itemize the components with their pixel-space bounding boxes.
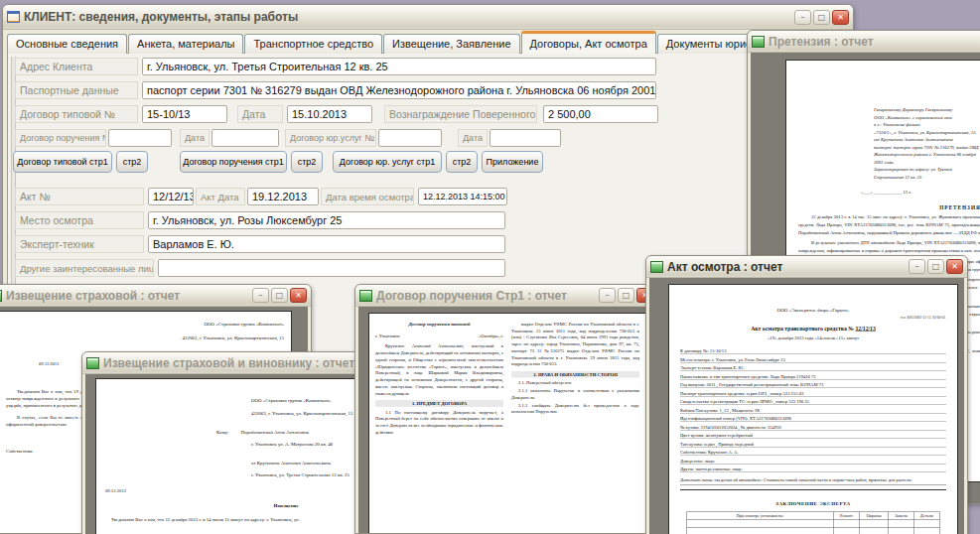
doc-line: 2001 года.: [874, 159, 980, 167]
doc-line: 2.1. Поверенный обязуется:: [511, 380, 639, 387]
maximize-button[interactable]: □: [927, 259, 944, 274]
close-button[interactable]: ✕: [946, 259, 963, 274]
doc-paragraph: 12 декабря 2013 г. в 14 час. 15 мин. по …: [798, 212, 980, 236]
table-header-cell: При осмотре установлено:: [687, 512, 834, 520]
divider: [680, 489, 946, 490]
minimize-button[interactable]: –: [794, 10, 811, 25]
report-icon: [0, 290, 2, 302]
attachment-button[interactable]: Приложение: [482, 151, 543, 173]
act-no-label: Акт №: [15, 188, 144, 205]
doc-line: Железнодорожного района г. Ульяновска 06…: [874, 151, 980, 159]
address-field[interactable]: г. Ульяновск, ул. Третья Строительная 12…: [142, 58, 656, 75]
pretenzia-titlebar[interactable]: Претензия : отчет: [748, 31, 980, 53]
tab-osnovnye-svedeniya[interactable]: Основные сведения: [7, 34, 127, 54]
minimize-button[interactable]: –: [599, 288, 616, 303]
doc-field-line: Тип кузова: седан , Привод: передний: [680, 441, 946, 448]
minimize-button[interactable]: –: [252, 288, 269, 303]
dogovor-right-column: выдан Отделом УФМС России по Ульяновской…: [511, 321, 639, 436]
inspection-datetime-field[interactable]: 12.12.2013 14:15:00: [418, 188, 507, 205]
dogovor-left-paragraph: Крутилин Анатолий Анатольевич, именуемый…: [375, 343, 503, 397]
dogovor-titlebar[interactable]: Договор поручения Стр1 : отчет – □ ✕: [355, 285, 657, 307]
minimize-button[interactable]: –: [909, 259, 925, 274]
doc-line: от Крутилина Анатолия Анатольевича: [874, 136, 980, 144]
contract-legal-p1-button[interactable]: Договор юр. услуг стр1: [333, 151, 442, 173]
contract-agency-p1-button[interactable]: Договор поручения стр1: [180, 151, 287, 173]
contract-legal-field[interactable]: [378, 129, 442, 147]
contract-standard-date-field[interactable]: 15.10.2013: [287, 105, 372, 123]
contract-standard-field[interactable]: 15-10/13: [142, 105, 227, 123]
doc-field-line: Паспорт транспортного средства: серия ОР…: [680, 390, 946, 397]
doc-line: 2.1.2 сообщать Доверителю без промедлени…: [511, 402, 639, 416]
close-button[interactable]: ✕: [290, 288, 307, 303]
akt-conclusion-table: При осмотре установлено: Ремонт Окраска …: [686, 512, 939, 534]
doc-field-line: Доверенное лицо:: [680, 458, 946, 465]
maximize-button[interactable]: □: [813, 10, 830, 25]
akt-note: Дополнительные сведения об автомобиле: С…: [680, 476, 946, 485]
dogovor-left-paragraph-2: 1.1 По настоящему договору Доверитель по…: [375, 409, 503, 436]
contract-agency-p2-button[interactable]: стр2: [291, 151, 323, 173]
tab-dogovory-akt-osmotra[interactable]: Договоры, Акт осмотра: [521, 31, 656, 54]
expert-field[interactable]: Варламов Е. Ю.: [148, 235, 505, 253]
tab-anketa-materialy[interactable]: Анкета, материалы: [128, 34, 243, 54]
close-button[interactable]: ✕: [832, 10, 849, 25]
izv1-recipient-block: ООО «Страховая группа «Компаньон»432063,…: [0, 312, 292, 341]
report-icon: [359, 290, 372, 302]
akt-doc-title: Акт осмотра транспортного средства № 12/…: [669, 326, 957, 332]
report-icon: [650, 261, 663, 273]
dogovor-doc-title: Договор поручения типовой: [375, 321, 503, 328]
inspection-datetime-label: Дата время осмотра: [321, 188, 414, 205]
contract-standard-label: Договор типовой №: [15, 105, 138, 123]
passport-field[interactable]: паспорт серии 7301 № 316279 выдан ОВД Же…: [142, 81, 656, 99]
act-date-field[interactable]: 19.12.2013: [247, 188, 319, 205]
dogovor-title: Договор поручения Стр1 : отчет: [376, 289, 595, 303]
contract-legal-date-field[interactable]: [490, 129, 561, 147]
akt-document-page: ООО «Экспертное бюро «Гарант» тел. 8(851…: [668, 284, 958, 534]
dogovor-report-window: Договор поручения Стр1 : отчет – □ ✕ Дог…: [354, 284, 658, 534]
izv1-window-controls: – □ ✕: [252, 288, 307, 303]
contract-agency-date-label: Дата: [180, 129, 210, 147]
act-no-field[interactable]: 12/12/13: [148, 188, 194, 205]
akt-titlebar[interactable]: Акт осмотра : отчет – □ ✕: [646, 256, 967, 278]
doc-field-line: Свидетельство о регистрации ТС: серия ЛР…: [680, 399, 946, 406]
maximize-button[interactable]: □: [618, 288, 634, 303]
pretenzia-doc-title: ПРЕТЕНЗИЯ: [786, 204, 980, 210]
maximize-button[interactable]: □: [271, 288, 288, 303]
contract-agency-field[interactable]: [108, 129, 172, 147]
table-header-cell: Замена: [889, 512, 914, 520]
tab-transportnoe-sredstvo[interactable]: Транспортное средство: [244, 34, 382, 54]
contract-agency-date-field[interactable]: [211, 129, 279, 147]
fee-field[interactable]: 2 500,00: [543, 105, 658, 123]
contract-standard-p2-button[interactable]: стр2: [116, 151, 148, 173]
tab-strip: Основные сведения Анкета, материалы Тран…: [7, 31, 854, 54]
doc-line: 432063, г. Ульяновск, ул. Краснопартизан…: [0, 334, 284, 341]
inspection-place-field[interactable]: г. Ульяновск, ул. Розы Люксембург 25: [148, 211, 505, 229]
fee-label: Вознаграждение Поверенного: [384, 105, 537, 123]
doc-field-line: Год выпуска: 2011 , Государственный реги…: [680, 382, 946, 389]
doc-field-line: Цвет кузова: жемчужно-серебристый: [680, 433, 946, 440]
doc-line: ООО «Страховая группа «Компаньон»: [0, 321, 284, 328]
dogovor-heading-2: 2. ПРАВА И ОБЯЗАННОСТИ СТОРОН: [511, 371, 639, 378]
akt-fields: К договору №: 15-10/13Место осмотра: г. …: [680, 348, 946, 473]
doc-line: ООО «Компаньон» с ограниченной отв.: [874, 114, 980, 122]
inspection-place-label: Место осмотра: [15, 211, 144, 229]
izv1-titlebar[interactable]: Извещение страховой : отчет – □ ✕: [0, 285, 311, 307]
table-header-row: При осмотре установлено: Ремонт Окраска …: [687, 512, 940, 520]
doc-field-line: Кабина/Тип кузова: 1_12 , Мощность: 98: [680, 407, 946, 414]
dogovor-right-paragraph: выдан Отделом УФМС России по Ульяновской…: [511, 321, 639, 367]
akt-preview: ООО «Экспертное бюро «Гарант» тел. 8(851…: [649, 278, 964, 534]
contract-legal-p2-button[interactable]: стр2: [446, 151, 478, 173]
akt-window-controls: – □ ✕: [909, 259, 963, 274]
form-icon: [7, 11, 20, 23]
dogovor-date: «Октябрь» г.: [479, 333, 503, 339]
doc-line: Зарегистрирован по адресу: ул. Третья: [874, 166, 980, 174]
akt-doc-subtitle: «19» декабря 2013 года «14»часов «15» ми…: [669, 335, 957, 340]
doc-line: паспорт: паспорт серии 7301 № 316279, вы…: [874, 144, 980, 152]
contract-standard-p1-button[interactable]: Договор типовой стр1: [13, 151, 112, 173]
tab-izveshchenie-zayavlenie[interactable]: Извещение, Заявление: [383, 34, 519, 54]
other-parties-field[interactable]: [158, 259, 505, 277]
client-window-titlebar[interactable]: КЛИЕНТ: сведения, документы, этапы работ…: [3, 5, 853, 30]
doc-field-line: Идентификационный номер (VIN): ХТА217030…: [680, 416, 946, 423]
doc-field-line: Наименование и тип транспортного средств…: [680, 373, 946, 380]
address-label: Адрес Клиента: [15, 58, 138, 75]
desktop: { "window_controls": {"minimize": "–", "…: [0, 0, 980, 534]
